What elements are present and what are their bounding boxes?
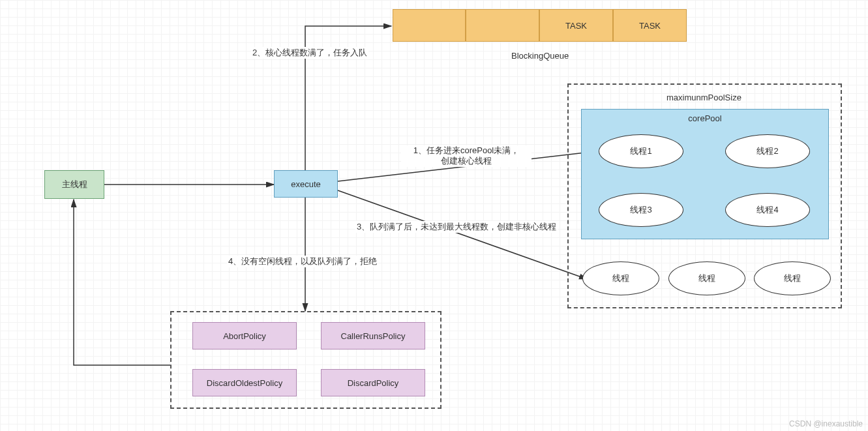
policy-abort: AbortPolicy bbox=[192, 322, 297, 349]
execute-label: execute bbox=[291, 179, 321, 189]
queue-cell-3: TASK bbox=[613, 9, 687, 42]
max-pool-label: maximunmPoolSize bbox=[665, 93, 743, 102]
step3-label: 3、队列满了后，未达到最大线程数，创建非核心线程 bbox=[355, 221, 558, 233]
extra-thread-1: 线程 bbox=[582, 261, 659, 295]
main-thread-box: 主线程 bbox=[44, 170, 104, 199]
queue-cell-1 bbox=[466, 9, 539, 42]
step4-label: 4、没有空闲线程，以及队列满了，拒绝 bbox=[227, 256, 378, 267]
extra-thread-3: 线程 bbox=[754, 261, 831, 295]
core-thread-2: 线程2 bbox=[725, 134, 810, 168]
core-thread-3: 线程3 bbox=[599, 193, 683, 227]
main-thread-label: 主线程 bbox=[62, 179, 87, 190]
core-thread-1: 线程1 bbox=[599, 134, 683, 168]
step1-label: 1、任务进来corePool未满，创建核心线程 bbox=[401, 145, 531, 167]
watermark: CSDN @inexaustible bbox=[789, 419, 863, 428]
policy-discard-oldest: DiscardOldestPolicy bbox=[192, 369, 297, 396]
queue-cell-0 bbox=[393, 9, 466, 42]
blocking-queue-label: BlockingQueue bbox=[510, 51, 570, 61]
execute-box: execute bbox=[274, 170, 338, 198]
policy-caller-runs: CallerRunsPolicy bbox=[321, 322, 425, 349]
step2-label: 2、核心线程数满了，任务入队 bbox=[251, 47, 368, 59]
queue-cell-2: TASK bbox=[539, 9, 613, 42]
policy-discard: DiscardPolicy bbox=[321, 369, 425, 396]
extra-thread-2: 线程 bbox=[668, 261, 745, 295]
core-pool-label: corePool bbox=[688, 113, 721, 123]
core-thread-4: 线程4 bbox=[725, 193, 810, 227]
